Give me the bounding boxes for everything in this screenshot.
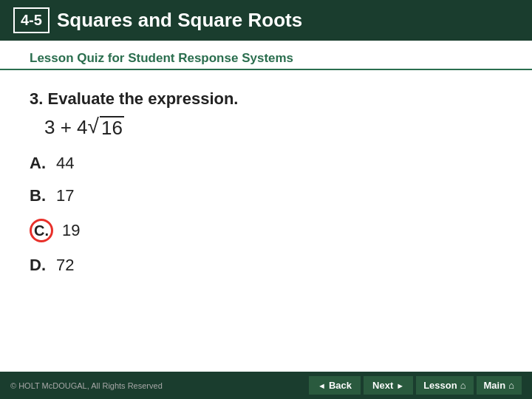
answer-a-value: 44 — [56, 154, 74, 173]
radicand: 16 — [100, 116, 124, 139]
answer-d-letter: D. — [30, 256, 47, 275]
answer-c: C. 19 — [30, 219, 502, 242]
answer-b-letter: B. — [30, 186, 47, 205]
back-button[interactable]: ◄ Back — [309, 376, 361, 395]
answer-c-letter: C. — [30, 219, 53, 242]
answer-c-value: 19 — [62, 221, 80, 240]
lesson-home-icon: ⌂ — [460, 380, 466, 391]
back-label: Back — [329, 380, 352, 391]
math-expression: 3 + 4 √ 16 — [44, 116, 502, 139]
header-title: Squares and Square Roots — [57, 9, 302, 32]
sqrt-symbol: √ — [88, 116, 99, 137]
footer: © HOLT McDOUGAL, All Rights Reserved ◄ B… — [0, 372, 532, 399]
answer-a-letter: A. — [30, 154, 47, 173]
next-arrow-icon: ► — [396, 381, 404, 390]
question-number: 3. — [30, 89, 43, 108]
lesson-button[interactable]: Lesson ⌂ — [416, 376, 473, 395]
nav-buttons: ◄ Back Next ► Lesson ⌂ Main ⌂ — [309, 376, 522, 395]
main-home-icon: ⌂ — [508, 380, 514, 391]
section-badge: 4-5 — [13, 7, 50, 33]
answers-list: A. 44 B. 17 C. 19 D. 72 — [30, 154, 502, 275]
answer-d-value: 72 — [56, 256, 74, 275]
answer-d: D. 72 — [30, 256, 502, 275]
header: 4-5 Squares and Square Roots — [0, 0, 532, 41]
lesson-label: Lesson — [423, 380, 457, 391]
copyright-text: © HOLT McDOUGAL, All Rights Reserved — [10, 381, 163, 390]
question-text: 3. Evaluate the expression. — [30, 89, 502, 109]
subtitle: Lesson Quiz for Student Response Systems — [0, 41, 532, 70]
back-arrow-icon: ◄ — [318, 381, 326, 390]
answer-a: A. 44 — [30, 154, 502, 173]
sqrt-expression: √ 16 — [88, 116, 124, 139]
main-button[interactable]: Main ⌂ — [477, 376, 522, 395]
answer-b: B. 17 — [30, 186, 502, 205]
question-body: Evaluate the expression. — [47, 89, 238, 108]
content-area: 3. Evaluate the expression. 3 + 4 √ 16 A… — [0, 78, 532, 287]
answer-b-value: 17 — [56, 186, 74, 205]
next-label: Next — [372, 380, 393, 391]
expression-prefix: 3 + 4 — [44, 116, 88, 139]
next-button[interactable]: Next ► — [364, 376, 413, 395]
main-label: Main — [484, 380, 506, 391]
